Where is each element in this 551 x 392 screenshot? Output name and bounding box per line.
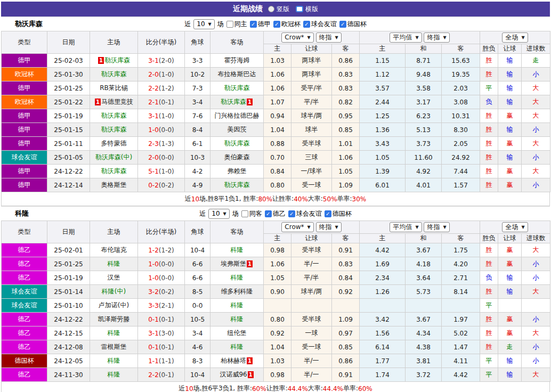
summary-text: 单率:	[337, 194, 352, 203]
checkbox-icon[interactable]	[241, 210, 248, 217]
odds-away-cell: 0.85	[332, 340, 360, 354]
final-index-select[interactable]: 终指▼	[316, 222, 342, 232]
avg-home-cell: 1.77	[360, 354, 406, 368]
red-card-badge: 1	[247, 260, 253, 267]
avg-draw-cell: 5.13	[406, 123, 442, 137]
goals-result-cell: 大	[522, 95, 550, 109]
avg-away-cell: 8.14	[442, 285, 480, 299]
score-cell: 3-1(2-0)	[138, 54, 185, 68]
rounds-select[interactable]: 10▼	[208, 209, 229, 219]
results-body: 德乙25-02-01布伦瑞克1-2(1-2)10-4科隆0.98受半球0.914…	[2, 243, 550, 382]
same-venue-filter[interactable]: 同客	[241, 209, 262, 218]
final-index-select[interactable]: 终指▼	[424, 222, 449, 232]
league-filter[interactable]: ✓球会友谊	[303, 20, 337, 29]
avg-away-cell: 1.57	[442, 178, 480, 192]
league-filter[interactable]: ✓德甲	[250, 20, 271, 29]
home-team-name: 汉堡	[108, 274, 120, 281]
odds-source-select[interactable]: Crow*▼	[281, 222, 313, 232]
checkbox-icon[interactable]: ✓	[325, 210, 331, 217]
sub-avg-away: 客	[442, 234, 480, 243]
away-team-name: 柏林赫塔	[221, 357, 246, 364]
final-index-select[interactable]: 终指▼	[424, 32, 449, 43]
checkbox-icon[interactable]: ✓	[288, 210, 295, 217]
home-team-name: 勒沃库森	[101, 70, 127, 78]
checkbox-icon[interactable]: ✓	[265, 210, 272, 217]
score-cell: 0-1(0-1)	[138, 340, 185, 354]
sub-result: 胜负	[480, 44, 498, 54]
checkbox-icon[interactable]: ✓	[303, 21, 310, 28]
home-team-name: RB莱比锡	[100, 84, 128, 92]
goals-result-cell: 走	[522, 54, 550, 68]
home-team-cell: 凯泽斯劳滕	[90, 313, 138, 326]
match-row: 德乙24-12-08雷根斯堡0-1(0-1)4-6科隆1.04受一球0.856.…	[2, 340, 550, 354]
home-team-cell: RB莱比锡	[90, 81, 138, 95]
league-filters: ✓德甲✓欧冠杯✓球会友谊✓德国杯	[250, 20, 367, 29]
date-cell: 24-11-30	[47, 368, 90, 382]
score-cell: 2-0(1-0)	[138, 68, 185, 81]
horizontal-layout-radio[interactable]: 横版	[296, 5, 318, 14]
checkbox-icon[interactable]	[226, 21, 233, 28]
avg-draw-cell: 9.48	[406, 68, 442, 81]
handicap-cell: 两球半	[291, 68, 332, 81]
odds-home-cell: 1.05	[264, 271, 291, 285]
red-card-badge: 1	[247, 99, 253, 105]
result-cell: 胜	[480, 243, 498, 257]
result-cell: 胜	[480, 68, 498, 81]
away-team-cell: 维多利科隆	[210, 285, 264, 299]
table-header-group-row: 类型 日期 主场 比分(半场) 角球 客场 Crow*▼ 终指▼ 平均值▼ 终指…	[2, 31, 550, 44]
vertical-layout-radio[interactable]: 竖版	[268, 5, 289, 14]
odds-home-cell: 1.03	[264, 54, 291, 68]
full-match-select[interactable]: 全场▼	[502, 222, 528, 232]
league-filter[interactable]: ✓球会友谊	[288, 209, 322, 218]
away-team-name: 勒沃库森	[221, 98, 246, 105]
sub-home: 主	[264, 234, 291, 243]
avg-home-cell: 3.43	[360, 137, 406, 151]
handicap-cell: 一球	[291, 326, 332, 340]
final-index-select[interactable]: 终指▼	[316, 32, 342, 43]
sub-avg-home: 主	[360, 44, 406, 54]
result-cell: 胜	[480, 178, 498, 192]
avg-away-cell: 2.03	[442, 81, 480, 95]
full-match-select[interactable]: 全场▼	[502, 32, 528, 43]
avg-away-cell: 1.97	[442, 313, 480, 326]
summary-text: 40%	[294, 195, 308, 203]
col-score: 比分(半场)	[138, 221, 185, 243]
radio-icon[interactable]	[268, 6, 274, 12]
away-team-name: 美因茨	[228, 126, 247, 133]
date-cell: 25-01-11	[47, 137, 90, 151]
avg-draw-cell: 4.01	[406, 178, 442, 192]
score-cell: 1-0(0-0)	[138, 257, 185, 271]
full-time-score: 2-0	[148, 71, 159, 78]
avg-draw-cell: 3.17	[406, 95, 442, 109]
average-select[interactable]: 平均值▼	[390, 222, 422, 232]
league-filter[interactable]: ✓德国杯	[339, 20, 367, 29]
league-filter[interactable]: ✓德国杯	[325, 209, 352, 218]
rounds-select[interactable]: 10▼	[193, 19, 214, 29]
average-select[interactable]: 平均值▼	[390, 32, 422, 43]
checkbox-icon[interactable]: ✓	[339, 21, 346, 28]
away-team-cell: 柏林赫塔1	[210, 354, 264, 368]
match-row: 德乙25-02-01布伦瑞克1-2(1-2)10-4科隆0.98受半球0.914…	[2, 243, 550, 257]
chevron-down-icon: ▼	[415, 34, 418, 42]
handicap-cell: 半/一	[291, 257, 332, 271]
radio-icon[interactable]	[296, 6, 303, 12]
full-time-score: 3-1	[148, 57, 159, 64]
col-date: 日期	[47, 31, 90, 54]
checkbox-icon[interactable]: ✓	[250, 21, 257, 28]
away-team-name: 霍芬海姆	[224, 56, 250, 64]
summary-text: 50%	[323, 195, 337, 203]
handicap-cell: 受一球	[291, 340, 332, 354]
same-venue-filter[interactable]: 同主	[226, 20, 247, 29]
handicap-result-cell: 赢	[498, 178, 522, 192]
odds-away-cell: 1.01	[332, 137, 360, 151]
league-filter[interactable]: ✓欧冠杯	[273, 20, 301, 29]
half-time-score: (2-0)	[159, 57, 174, 64]
odds-source-select[interactable]: Crow*▼	[281, 32, 313, 43]
league-cell: 球会友谊	[2, 151, 47, 165]
goals-result-cell: 大	[522, 109, 550, 123]
league-filter[interactable]: ✓德乙	[265, 209, 286, 218]
avg-draw-cell: 3.81	[406, 354, 442, 368]
league-filter-label: 球会友谊	[311, 20, 337, 29]
score-cell: 0-1(0-1)	[138, 313, 185, 326]
checkbox-icon[interactable]: ✓	[273, 21, 280, 28]
